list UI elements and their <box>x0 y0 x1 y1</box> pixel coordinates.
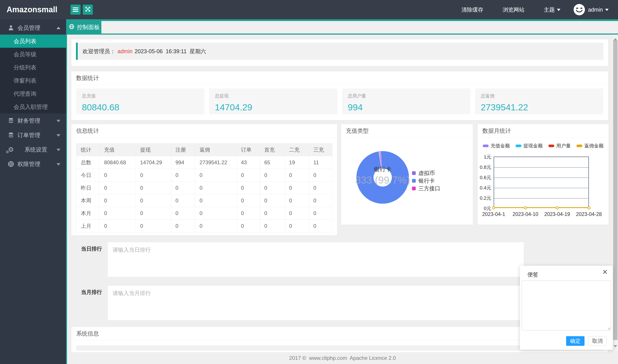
chevron-down-icon <box>605 9 609 13</box>
navbar-right: 清除缓存 浏览网站 主题 admin <box>462 0 609 19</box>
legend-item-rebate-amount[interactable]: 返佣金额 <box>576 143 604 149</box>
tab-control-panel[interactable]: 控制面板 <box>67 21 101 34</box>
clear-cache-link[interactable]: 清除缓存 <box>462 6 483 13</box>
stat-value: 994 <box>348 102 465 113</box>
navbar-accent-strip <box>67 19 618 21</box>
legend-item-bank-card[interactable]: 银行卡 <box>412 178 440 183</box>
sidebar-item-label: 权限管理 <box>17 160 40 168</box>
legend-swatch <box>483 144 489 147</box>
sidebar-item-popup-list[interactable]: 弹窗列表 <box>0 74 66 87</box>
y-axis-tick: 0.2元 <box>478 195 491 201</box>
table-row: 总数80840.6814704.299942739541.2243651911 <box>77 156 332 169</box>
chevron-down-icon <box>56 163 60 168</box>
sidebar-item-group-list[interactable]: 分组列表 <box>0 61 66 74</box>
footer: 2017 © www.cltphp.com Apache Licence 2.0 <box>67 352 618 364</box>
sidebar-item-member-management[interactable]: 会员管理 <box>0 21 66 35</box>
stats-panel-title: 数据统计 <box>71 71 608 85</box>
stat-card-total-users: 总用户量 994 <box>342 89 470 114</box>
monthly-ranking-label: 当月排行 <box>77 289 102 296</box>
y-axis-tick: 1元 <box>478 154 491 160</box>
legend-label: 银行卡 <box>418 177 435 184</box>
sidebar-item-member-list[interactable]: 会员列表 <box>0 35 66 48</box>
sidebar-item-member-entry[interactable]: 会员入职管理 <box>0 100 66 114</box>
sidebar-item-label: 订单管理 <box>17 131 40 139</box>
monthly-stats-title: 数据月统计 <box>478 124 609 138</box>
y-axis-tick: 0.6元 <box>478 174 491 181</box>
scrollbar-up-arrow-icon[interactable] <box>614 36 617 40</box>
sidebar-item-permission-management[interactable]: 权限管理 <box>0 157 66 171</box>
stat-card-total-recharge: 总充值 80840.68 <box>76 89 205 114</box>
sidebar-item-finance-management[interactable]: 财务管理 <box>0 114 66 128</box>
table-row: 昨日00000000 <box>77 182 332 194</box>
browse-site-link[interactable]: 浏览网站 <box>503 6 525 13</box>
legend-item-withdraw-amount[interactable]: 提现金额 <box>515 143 543 149</box>
series-point <box>556 206 559 209</box>
avatar[interactable] <box>574 4 585 15</box>
sidebar-item-system-settings[interactable]: ⚙⚙ 系统设置 <box>0 142 66 157</box>
fullscreen-button[interactable] <box>83 5 93 15</box>
expand-icon <box>85 6 91 13</box>
legend-swatch <box>515 144 521 147</box>
stat-card-total-withdraw: 总提现 14704.29 <box>209 89 337 114</box>
scrollbar-thumb[interactable] <box>613 40 618 340</box>
sidebar: 会员管理 会员列表 会员等级 分组列表 弹窗列表 代理查询 会员入职管理 财务管… <box>0 19 67 364</box>
note-buttons: 确定 取消 <box>566 336 607 346</box>
scrollbar-down-arrow-icon[interactable] <box>614 345 617 349</box>
stat-label: 总提现 <box>215 93 332 99</box>
x-axis-tick: 2023-04-1 <box>477 211 510 217</box>
chevron-down-icon <box>56 134 60 139</box>
app-window: 会员管理 会员列表 会员等级 分组列表 弹窗列表 代理查询 会员入职管理 财务管… <box>0 0 618 364</box>
theme-label: 主题 <box>544 6 555 13</box>
sidebar-toggle-button[interactable] <box>70 5 81 15</box>
stat-value: 2739541.22 <box>481 102 598 113</box>
legend-swatch <box>412 179 416 183</box>
sidebar-item-order-management[interactable]: 订单管理 <box>0 128 66 142</box>
hamburger-icon <box>73 7 78 12</box>
monthly-ranking-textarea[interactable] <box>107 285 524 320</box>
cancel-button[interactable]: 取消 <box>588 336 607 346</box>
sidebar-item-member-level[interactable]: 会员等级 <box>0 48 66 61</box>
info-table: 统计充值提现注册返佣订单首充二充三充 总数80840.6814704.29994… <box>76 143 332 232</box>
daily-ranking-textarea[interactable] <box>107 242 524 277</box>
legend-label: 返佣金额 <box>584 143 604 149</box>
recharge-type-panel: 充值类型 银行卡 333 (99.7%) 虚拟币 银行卡 三方接口 <box>341 124 473 225</box>
legend-swatch <box>576 144 582 147</box>
legend-item-virtual-coin[interactable]: 虚拟币 <box>412 170 440 176</box>
legend-item-user-count[interactable]: 用户量 <box>548 143 571 149</box>
chevron-up-icon <box>56 25 60 29</box>
sidebar-item-agent-query[interactable]: 代理查询 <box>0 87 66 100</box>
series-point <box>587 206 591 209</box>
user-menu[interactable]: admin <box>588 7 609 13</box>
legend-item-recharge-amount[interactable]: 充值金额 <box>483 143 510 149</box>
note-textarea[interactable] <box>522 281 611 330</box>
recharge-type-title: 充值类型 <box>341 124 473 138</box>
welcome-prefix: 欢迎管理员： <box>83 48 115 55</box>
confirm-button[interactable]: 确定 <box>566 336 584 346</box>
table-header-row: 统计充值提现注册返佣订单首充二充三充 <box>77 143 332 156</box>
monthly-stats-panel: 数据月统计 充值金额 提现金额 用户量 返佣金额 <box>478 124 609 225</box>
sidebar-item-label: 财务管理 <box>17 117 40 125</box>
x-axis-tick: 2023-04-19 <box>541 211 574 217</box>
y-axis-tick: 0.4元 <box>478 185 491 191</box>
chevron-down-icon <box>56 120 60 124</box>
top-navbar: Amazonsmall 清除缓存 浏览网站 主题 admin <box>0 0 618 19</box>
theme-dropdown[interactable]: 主题 <box>544 6 560 13</box>
sidebar-item-label: 系统设置 <box>25 146 47 154</box>
donut-hole <box>373 168 392 187</box>
tab-bar: 控制面板 <box>67 21 618 35</box>
y-axis-tick: 0元 <box>478 205 491 212</box>
stat-value: 80840.68 <box>82 102 199 113</box>
tab-label: 控制面板 <box>77 24 100 31</box>
table-row: 本月00000000 <box>77 207 332 220</box>
database-icon <box>7 117 14 124</box>
stat-label: 总返佣 <box>481 93 598 99</box>
welcome-admin-name: admin <box>117 48 132 54</box>
legend-swatch <box>412 187 416 190</box>
legend-label: 充值金额 <box>490 143 510 149</box>
legend-item-third-party[interactable]: 三方接口 <box>412 185 440 191</box>
close-icon[interactable]: × <box>603 267 607 276</box>
note-textarea-wrap <box>522 281 611 330</box>
sidebar-submenu: 会员列表 会员等级 分组列表 弹窗列表 代理查询 会员入职管理 <box>0 35 66 114</box>
legend-swatch <box>548 144 554 147</box>
legend-swatch <box>412 171 416 175</box>
